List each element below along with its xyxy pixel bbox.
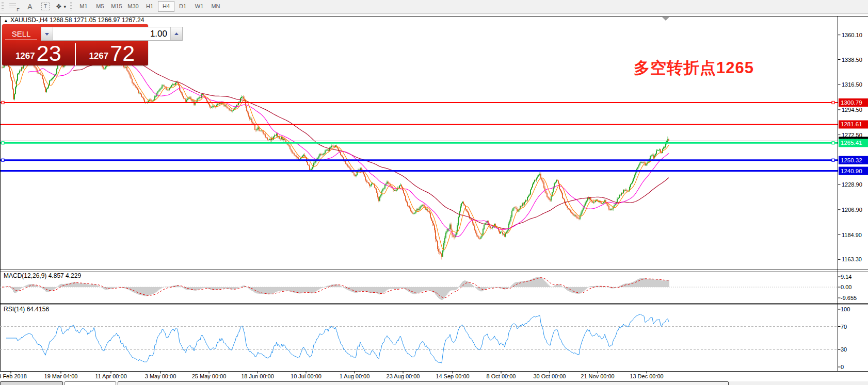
timeframe-d1[interactable]: D1 <box>174 1 191 12</box>
svg-text:11 Apr 00:00: 11 Apr 00:00 <box>95 373 127 379</box>
hatch-icon <box>9 4 16 9</box>
sell-price[interactable]: 1267 23 <box>2 43 75 65</box>
chart-title: ▲XAUUSD-,H4 1268.58 1271.05 1266.97 1267… <box>4 16 144 24</box>
trade-panel-top-row: SELL BUY <box>2 24 148 41</box>
chart-tab[interactable] <box>118 381 729 385</box>
toolbar-grip2[interactable] <box>70 2 72 11</box>
timeframe-w1[interactable]: W1 <box>191 1 207 12</box>
timeframe-buttons: M1M5M15M30H1H4D1W1MN <box>75 0 224 13</box>
svg-text:14 Sep 00:00: 14 Sep 00:00 <box>436 373 469 379</box>
chart-tab[interactable] <box>0 381 63 385</box>
line-handle[interactable] <box>832 101 834 104</box>
sell-button[interactable]: SELL <box>5 28 37 40</box>
volume-stepper <box>41 27 183 41</box>
chevron-down-icon[interactable]: ▾ <box>64 4 67 9</box>
svg-text:1338.50: 1338.50 <box>842 57 862 63</box>
collapse-arrow-icon[interactable]: ▲ <box>4 18 8 23</box>
svg-text:8 Oct 00:00: 8 Oct 00:00 <box>487 373 516 379</box>
sell-price-big: 23 <box>37 43 61 64</box>
trade-panel-prices: 1267 23 1267 72 <box>2 43 148 65</box>
svg-text:1316.50: 1316.50 <box>842 81 862 88</box>
ohlc-values: 1268.58 1271.05 1266.97 1267.24 <box>50 16 144 24</box>
volume-decrease-button[interactable] <box>41 27 53 40</box>
svg-text:13 Dec 00:00: 13 Dec 00:00 <box>630 373 663 379</box>
buy-button[interactable]: BUY <box>186 28 218 40</box>
fibonacci-tool-icon[interactable]: F <box>8 1 21 12</box>
one-click-trading-panel: SELL BUY 1267 23 <box>2 24 148 65</box>
svg-text:19 Mar 04:00: 19 Mar 04:00 <box>44 373 78 379</box>
line-handle[interactable] <box>2 142 4 144</box>
svg-text:-9.655: -9.655 <box>841 295 857 301</box>
text-label-tool-icon[interactable]: A <box>24 1 36 12</box>
svg-text:3 May 00:00: 3 May 00:00 <box>145 373 176 379</box>
svg-text:1300.79: 1300.79 <box>841 99 862 106</box>
svg-text:1360.10: 1360.10 <box>842 32 862 38</box>
line-handle[interactable] <box>2 101 4 104</box>
buy-price-small: 1267 <box>89 52 108 60</box>
timeframe-m15[interactable]: M15 <box>108 1 125 12</box>
text-label-glyph: A <box>27 3 32 11</box>
buy-price-big: 72 <box>110 43 135 64</box>
arrows-tool-icon[interactable]: ❖ ▾ <box>55 1 67 12</box>
timeframe-mn[interactable]: MN <box>207 1 224 12</box>
timeframe-m30[interactable]: M30 <box>125 1 141 12</box>
chart-region: 1300.791281.611267.241265.411250.321240.… <box>0 14 868 385</box>
svg-text:23 Feb 2018: 23 Feb 2018 <box>0 373 27 379</box>
timeframe-m1[interactable]: M1 <box>75 1 92 12</box>
svg-text:1206.90: 1206.90 <box>842 207 862 213</box>
chart-annotation: 多空转折点1265 <box>634 57 754 79</box>
svg-text:1294.50: 1294.50 <box>842 107 862 113</box>
timeframe-m5[interactable]: M5 <box>92 1 108 12</box>
svg-text:1265.41: 1265.41 <box>841 140 862 146</box>
volume-increase-button[interactable] <box>170 27 182 40</box>
svg-text:30 Oct 00:00: 30 Oct 00:00 <box>534 373 566 379</box>
rsi-label: RSI(14) 64.4156 <box>4 306 49 313</box>
toolbar-grip[interactable] <box>2 2 4 11</box>
line-handle[interactable] <box>2 159 4 161</box>
svg-text:21 Nov 00:00: 21 Nov 00:00 <box>581 373 614 379</box>
svg-text:1240.90: 1240.90 <box>841 168 862 174</box>
svg-text:1228.90: 1228.90 <box>842 181 862 188</box>
svg-text:0: 0 <box>841 364 844 370</box>
chart-tab[interactable] <box>65 381 116 385</box>
triangle-down-icon <box>45 33 49 38</box>
top-toolbar: F A T ❖ ▾ M1M5M15M30H1H4D1W1MN <box>0 0 868 13</box>
svg-text:100: 100 <box>841 306 850 312</box>
svg-text:1184.90: 1184.90 <box>842 232 862 238</box>
svg-text:9.14: 9.14 <box>841 274 851 280</box>
svg-text:1163.30: 1163.30 <box>842 256 862 262</box>
volume-input[interactable] <box>53 27 170 40</box>
chart-tabs-strip <box>0 381 868 385</box>
svg-text:1250.32: 1250.32 <box>841 157 862 163</box>
timeframe-h4[interactable]: H4 <box>158 1 174 12</box>
svg-text:18 Jun 00:00: 18 Jun 00:00 <box>241 373 274 379</box>
text-box-glyph: T <box>41 3 50 10</box>
sell-price-small: 1267 <box>15 52 35 60</box>
svg-text:30: 30 <box>841 346 847 353</box>
arrows-glyph: ❖ <box>56 3 62 10</box>
line-handle[interactable] <box>832 142 834 144</box>
svg-text:70: 70 <box>841 324 847 330</box>
svg-text:23 Aug 00:00: 23 Aug 00:00 <box>387 373 420 379</box>
text-box-tool-icon[interactable]: T <box>39 1 52 12</box>
svg-text:1 Aug 00:00: 1 Aug 00:00 <box>340 373 370 379</box>
macd-label: MACD(12,26,9) 4.857 4.229 <box>4 272 81 279</box>
triangle-up-icon <box>174 30 179 35</box>
buy-price[interactable]: 1267 72 <box>76 43 149 65</box>
symbol-label: XAUUSD-,H4 <box>10 16 48 24</box>
svg-text:10 Jul 00:00: 10 Jul 00:00 <box>291 373 322 379</box>
svg-text:25 May 00:00: 25 May 00:00 <box>192 373 227 379</box>
timeframe-h1[interactable]: H1 <box>141 1 158 12</box>
mt4-window: F A T ❖ ▾ M1M5M15M30H1H4D1W1MN 1300.7912… <box>0 0 868 385</box>
svg-text:1272.50: 1272.50 <box>842 132 862 138</box>
fibonacci-letter: F <box>17 7 20 12</box>
svg-text:1281.61: 1281.61 <box>841 121 862 127</box>
line-handle[interactable] <box>832 159 834 161</box>
svg-text:0.00: 0.00 <box>841 284 851 290</box>
